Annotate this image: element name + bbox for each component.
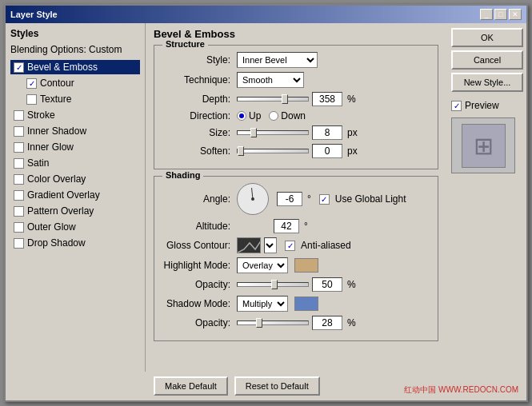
inner-glow-checkbox[interactable] — [14, 142, 24, 153]
preview-inner: ⊞ — [462, 124, 506, 168]
shadow-opacity-unit: % — [347, 317, 356, 328]
structure-label: Structure — [162, 39, 208, 49]
sidebar-item-texture[interactable]: Texture — [10, 92, 140, 106]
soften-control: px — [237, 144, 358, 158]
right-panel: OK Cancel New Style... Preview ⊞ — [446, 23, 526, 372]
pattern-overlay-checkbox[interactable] — [14, 206, 24, 217]
highlight-opacity-input[interactable] — [312, 277, 342, 292]
soften-field-label: Soften: — [162, 145, 230, 157]
depth-input[interactable] — [312, 92, 342, 106]
depth-unit: % — [347, 94, 356, 105]
contour-checkbox[interactable] — [26, 78, 37, 89]
cancel-button[interactable]: Cancel — [451, 50, 523, 70]
soften-slider-track[interactable] — [237, 149, 309, 153]
sidebar-item-bevel-emboss[interactable]: Bevel & Emboss — [10, 60, 140, 74]
size-row: Size: px — [162, 125, 430, 140]
angle-control: ° Use Global Light — [237, 183, 406, 215]
altitude-input[interactable] — [274, 219, 299, 233]
technique-select[interactable]: Smooth Chisel Hard Chisel Soft — [237, 72, 304, 88]
close-button[interactable]: ✕ — [509, 9, 522, 20]
direction-up-option[interactable]: Up — [237, 110, 261, 121]
drop-shadow-label: Drop Shadow — [27, 237, 86, 249]
gloss-contour-select[interactable] — [264, 237, 277, 253]
sidebar-item-pattern-overlay[interactable]: Pattern Overlay — [10, 204, 140, 218]
dialog-title: Layer Style — [10, 10, 58, 19]
maximize-button[interactable]: □ — [494, 9, 507, 20]
color-overlay-checkbox[interactable] — [14, 174, 24, 185]
stroke-label: Stroke — [27, 109, 55, 121]
ok-button[interactable]: OK — [451, 28, 523, 47]
gloss-contour-row: Gloss Contour: Anti-aliased — [162, 237, 430, 253]
gloss-contour-preview[interactable] — [237, 237, 261, 253]
bevel-emboss-label: Bevel & Emboss — [27, 62, 98, 73]
shadow-opacity-slider-track[interactable] — [237, 320, 309, 325]
soften-input[interactable] — [312, 144, 342, 158]
global-light-checkbox[interactable] — [319, 194, 330, 205]
highlight-mode-row: Highlight Mode: Overlay Normal Screen Mu… — [162, 257, 430, 273]
angle-input[interactable] — [277, 192, 302, 206]
bevel-emboss-checkbox[interactable] — [14, 62, 24, 73]
minimize-button[interactable]: _ — [480, 9, 493, 20]
highlight-opacity-control: % — [237, 277, 356, 292]
dialog-body: Styles Blending Options: Custom Bevel & … — [6, 23, 526, 372]
sidebar-item-inner-shadow[interactable]: Inner Shadow — [10, 124, 140, 138]
shadow-opacity-slider-thumb[interactable] — [256, 318, 262, 328]
size-slider-track[interactable] — [237, 130, 309, 135]
sidebar-item-satin[interactable]: Satin — [10, 156, 140, 170]
highlight-mode-control: Overlay Normal Screen Multiply — [237, 257, 318, 273]
make-default-button[interactable]: Make Default — [154, 376, 228, 396]
outer-glow-checkbox[interactable] — [14, 222, 24, 233]
satin-checkbox[interactable] — [14, 158, 24, 169]
size-slider-thumb[interactable] — [250, 128, 257, 137]
drop-shadow-checkbox[interactable] — [14, 238, 24, 249]
reset-default-button[interactable]: Reset to Default — [234, 376, 320, 396]
highlight-opacity-slider-thumb[interactable] — [271, 280, 278, 289]
sidebar-item-contour[interactable]: Contour — [10, 76, 140, 90]
direction-down-label: Down — [281, 110, 306, 121]
preview-checkbox[interactable] — [451, 101, 462, 111]
shadow-color-swatch[interactable] — [294, 297, 318, 311]
anti-aliased-checkbox[interactable] — [285, 241, 295, 251]
section-title: Bevel & Emboss — [154, 28, 438, 40]
sidebar-item-stroke[interactable]: Stroke — [10, 108, 140, 122]
gradient-overlay-checkbox[interactable] — [14, 190, 24, 201]
size-input[interactable] — [312, 125, 342, 140]
highlight-color-swatch[interactable] — [294, 258, 318, 273]
depth-field-label: Depth: — [162, 94, 230, 105]
sidebar-item-color-overlay[interactable]: Color Overlay — [10, 172, 140, 186]
inner-shadow-checkbox[interactable] — [14, 126, 24, 137]
direction-up-label: Up — [249, 110, 261, 121]
outer-glow-label: Outer Glow — [27, 221, 76, 233]
sidebar-item-gradient-overlay[interactable]: Gradient Overlay — [10, 188, 140, 202]
pattern-overlay-label: Pattern Overlay — [27, 205, 94, 217]
highlight-mode-field-label: Highlight Mode: — [162, 260, 230, 271]
highlight-opacity-slider-track[interactable] — [237, 282, 309, 287]
stroke-checkbox[interactable] — [14, 110, 24, 121]
sidebar-item-drop-shadow[interactable]: Drop Shadow — [10, 236, 140, 250]
soften-slider-thumb[interactable] — [238, 146, 244, 156]
texture-label: Texture — [40, 94, 71, 105]
direction-field-label: Direction: — [162, 110, 230, 121]
shading-label: Shading — [162, 170, 203, 180]
direction-down-radio[interactable] — [269, 111, 278, 121]
shadow-opacity-input[interactable] — [312, 316, 342, 330]
new-style-button[interactable]: New Style... — [451, 73, 523, 92]
gradient-overlay-label: Gradient Overlay — [27, 189, 100, 201]
sidebar-item-outer-glow[interactable]: Outer Glow — [10, 220, 140, 234]
style-select[interactable]: Inner Bevel Outer Bevel Emboss Pillow Em… — [237, 52, 318, 68]
sidebar-item-inner-glow[interactable]: Inner Glow — [10, 140, 140, 154]
structure-group: Structure Style: Inner Bevel Outer Bevel… — [154, 45, 438, 169]
angle-wheel[interactable] — [237, 183, 269, 215]
depth-slider-thumb[interactable] — [282, 94, 288, 104]
direction-down-option[interactable]: Down — [269, 110, 306, 121]
highlight-mode-select[interactable]: Overlay Normal Screen Multiply — [237, 257, 288, 273]
texture-checkbox[interactable] — [26, 94, 37, 105]
depth-slider-track[interactable] — [237, 97, 309, 102]
preview-icon: ⊞ — [474, 132, 494, 160]
inner-shadow-label: Inner Shadow — [27, 125, 86, 137]
direction-control: Up Down — [237, 110, 306, 121]
global-light-label: Use Global Light — [335, 193, 406, 205]
shadow-mode-select[interactable]: Multiply Normal Screen Overlay — [237, 296, 288, 312]
direction-up-radio[interactable] — [237, 111, 246, 121]
angle-unit: ° — [307, 193, 311, 205]
